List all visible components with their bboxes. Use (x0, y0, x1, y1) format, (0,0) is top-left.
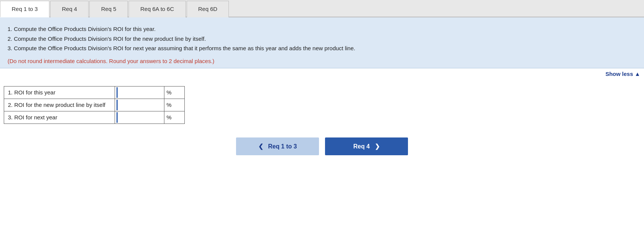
row-label: 3. ROI for next year (4, 111, 115, 124)
roi-input-1[interactable] (117, 87, 163, 98)
prev-label: Req 1 to 3 (268, 143, 297, 150)
show-less-label: Show less ▲ (606, 71, 640, 77)
tab-req1to3[interactable]: Req 1 to 3 (0, 1, 49, 17)
roi-input-3[interactable] (117, 112, 163, 123)
tab-req5[interactable]: Req 5 (89, 1, 128, 17)
table-row: 2. ROI for the new product line by itsel… (4, 99, 185, 111)
instruction-line1: 1. Compute the Office Products Division'… (8, 26, 156, 32)
instructions-box: 1. Compute the Office Products Division'… (0, 17, 644, 68)
tab-req6d-label: Req 6D (198, 6, 218, 12)
row-unit: % (164, 86, 184, 99)
note-label: (Do not round intermediate calculations.… (8, 58, 215, 64)
row-unit: % (164, 99, 184, 111)
answer-table: 1. ROI for this year%2. ROI for the new … (4, 86, 185, 124)
row-label: 1. ROI for this year (4, 86, 115, 99)
roi-input-2[interactable] (117, 100, 163, 110)
instructions-text: 1. Compute the Office Products Division'… (8, 24, 636, 53)
tabs-bar: Req 1 to 3 Req 4 Req 5 Req 6A to 6C Req … (0, 0, 644, 17)
note-text: (Do not round intermediate calculations.… (8, 58, 636, 64)
show-less-container: Show less ▲ (0, 68, 644, 80)
instruction-line2: 2. Compute the Office Products Division'… (8, 36, 206, 42)
answer-section: 1. ROI for this year%2. ROI for the new … (0, 80, 644, 130)
row-input-cell (115, 86, 164, 99)
tab-req6ato6c[interactable]: Req 6A to 6C (129, 1, 186, 17)
tab-req5-label: Req 5 (101, 6, 116, 12)
next-label: Req 4 (353, 143, 370, 150)
table-row: 1. ROI for this year% (4, 86, 185, 99)
prev-arrow-icon: ❮ (258, 143, 263, 150)
nav-buttons: ❮ Req 1 to 3 Req 4 ❯ (0, 130, 644, 163)
row-unit: % (164, 111, 184, 124)
tab-req6d[interactable]: Req 6D (187, 1, 229, 17)
table-row: 3. ROI for next year% (4, 111, 185, 124)
row-input-cell (115, 111, 164, 124)
next-arrow-icon: ❯ (375, 143, 380, 150)
row-input-cell (115, 99, 164, 111)
tab-req4-label: Req 4 (62, 6, 77, 12)
prev-button[interactable]: ❮ Req 1 to 3 (236, 137, 319, 155)
show-less-button[interactable]: Show less ▲ (606, 71, 640, 77)
instruction-line3: 3. Compute the Office Products Division'… (8, 45, 355, 51)
row-label: 2. ROI for the new product line by itsel… (4, 99, 115, 111)
tab-req1to3-label: Req 1 to 3 (12, 6, 38, 12)
tab-req6ato6c-label: Req 6A to 6C (140, 6, 174, 12)
page-wrapper: Req 1 to 3 Req 4 Req 5 Req 6A to 6C Req … (0, 0, 644, 244)
tab-req4[interactable]: Req 4 (50, 1, 89, 17)
next-button[interactable]: Req 4 ❯ (325, 137, 408, 155)
